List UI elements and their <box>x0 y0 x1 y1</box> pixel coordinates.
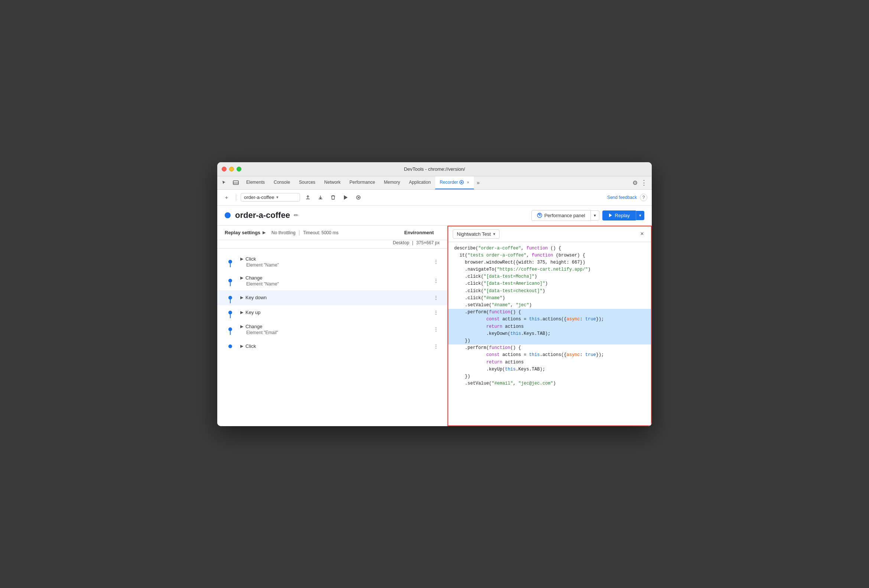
window-title: DevTools - chrome://version/ <box>404 166 465 172</box>
step-line <box>230 264 231 267</box>
recording-title: order-a-coffee <box>235 210 290 220</box>
expand-icon[interactable]: ▶ <box>240 324 243 329</box>
upload-icon <box>305 195 310 200</box>
step-timeline <box>225 296 236 299</box>
code-body[interactable]: describe("order-a-coffee", function () {… <box>448 242 651 425</box>
step-type: Key up <box>245 310 260 315</box>
step-type: Click <box>245 344 256 349</box>
tab-sources[interactable]: Sources <box>295 176 320 189</box>
code-header: Nightwatch Test ▾ × <box>448 227 651 242</box>
step-dot <box>228 327 232 331</box>
performance-icon <box>537 213 542 218</box>
step-item: ▶ Change Element "Name" ⋮ <box>217 271 447 290</box>
performance-panel-button[interactable]: Performance panel <box>531 210 591 221</box>
delete-recording-button[interactable] <box>328 193 338 202</box>
edit-title-icon[interactable]: ✏ <box>294 212 299 219</box>
replay-dropdown-button[interactable]: ▾ <box>636 211 644 220</box>
settings-divider: | <box>299 230 300 236</box>
step-type: Key down <box>245 295 267 300</box>
tab-application[interactable]: Application <box>405 176 435 189</box>
step-button[interactable] <box>353 193 363 202</box>
step-header: ▶ Change <box>240 275 432 281</box>
step-line <box>230 299 231 303</box>
step-line <box>230 331 231 335</box>
help-button[interactable]: ? <box>640 194 647 201</box>
pin-icon <box>460 180 464 185</box>
performance-panel-dropdown-button[interactable]: ▾ <box>591 210 599 221</box>
expand-icon[interactable]: ▶ <box>240 275 243 280</box>
step-timeline <box>225 260 236 264</box>
step-item-highlighted: ▶ Key down ⋮ <box>217 290 447 305</box>
tab-network[interactable]: Network <box>320 176 345 189</box>
step-more-button[interactable]: ⋮ <box>432 326 440 333</box>
delete-icon <box>331 195 336 200</box>
add-recording-button[interactable]: + <box>222 193 231 202</box>
format-label: Nightwatch Test <box>457 231 491 237</box>
step-more-button[interactable]: ⋮ <box>432 294 440 301</box>
tab-memory[interactable]: Memory <box>380 176 405 189</box>
dock-icon[interactable] <box>230 176 242 189</box>
expand-icon[interactable]: ▶ <box>240 310 243 315</box>
recording-dot <box>225 212 231 218</box>
replay-button[interactable]: Replay <box>602 210 636 221</box>
step-header: ▶ Click <box>240 256 432 262</box>
more-tabs-button[interactable]: » <box>474 176 483 189</box>
close-tab-icon[interactable]: × <box>467 180 469 185</box>
step-line <box>230 314 231 318</box>
tab-performance[interactable]: Performance <box>345 176 380 189</box>
step-line <box>230 283 231 286</box>
timeout-info: Timeout: 5000 ms <box>303 230 339 235</box>
replay-play-icon <box>608 213 613 218</box>
environment-divider: | <box>412 240 413 245</box>
recorder-toolbar: + order-a-coffee ▾ <box>217 190 652 206</box>
step-more-button[interactable]: ⋮ <box>432 309 440 316</box>
step-detail: Element "Name" <box>246 262 432 268</box>
svg-marker-7 <box>609 213 612 217</box>
step-content: ▶ Click <box>240 344 432 349</box>
code-panel-close-button[interactable]: × <box>638 230 647 238</box>
step-header: ▶ Key down <box>240 295 432 300</box>
replay-label: Replay <box>615 213 630 218</box>
tab-elements[interactable]: Elements <box>242 176 269 189</box>
settings-expand-arrow[interactable]: ▶ <box>262 230 265 235</box>
expand-icon[interactable]: ▶ <box>240 344 243 348</box>
right-panel: Nightwatch Test ▾ × describe("order-a-co… <box>448 226 652 426</box>
tab-console[interactable]: Console <box>269 176 295 189</box>
step-timeline <box>225 327 236 331</box>
expand-icon[interactable]: ▶ <box>240 295 243 300</box>
left-panel: Replay settings ▶ No throttling | Timeou… <box>217 226 448 426</box>
replay-settings-title[interactable]: Replay settings <box>225 230 260 235</box>
step-more-button[interactable]: ⋮ <box>432 258 440 265</box>
environment-value: Desktop <box>393 240 409 245</box>
expand-icon[interactable]: ▶ <box>240 256 243 261</box>
minimize-button[interactable] <box>229 167 234 172</box>
svg-rect-0 <box>233 181 239 185</box>
export-button[interactable] <box>303 193 313 202</box>
close-button[interactable] <box>222 167 227 172</box>
title-bar: DevTools - chrome://version/ <box>217 162 652 176</box>
more-options-icon[interactable]: ⋮ <box>641 179 647 187</box>
tab-settings-area: ⚙ ⋮ <box>629 176 650 189</box>
import-button[interactable] <box>316 193 325 202</box>
cursor-icon[interactable] <box>219 176 230 189</box>
format-selector[interactable]: Nightwatch Test ▾ <box>453 230 500 239</box>
play-button[interactable] <box>341 193 351 202</box>
step-more-button[interactable]: ⋮ <box>432 343 440 350</box>
step-more-button[interactable]: ⋮ <box>432 277 440 284</box>
step-item: ▶ Click Element "Name" ⋮ <box>217 252 447 271</box>
recording-header: order-a-coffee ✏ Performance panel ▾ Rep… <box>217 206 652 226</box>
code-panel: Nightwatch Test ▾ × describe("order-a-co… <box>448 226 652 426</box>
send-feedback-link[interactable]: Send feedback <box>607 195 637 200</box>
step-dot <box>228 296 232 299</box>
settings-gear-icon[interactable]: ⚙ <box>632 179 638 187</box>
tab-recorder[interactable]: Recorder × <box>435 176 474 189</box>
maximize-button[interactable] <box>237 167 242 172</box>
recording-name-selector[interactable]: order-a-coffee ▾ <box>241 193 300 201</box>
step-header: ▶ Key up <box>240 310 432 315</box>
step-type: Click <box>245 256 256 262</box>
step-dot <box>228 279 232 283</box>
step-content: ▶ Change Element "Name" <box>240 275 432 287</box>
traffic-lights <box>222 167 242 172</box>
step-header: ▶ Click <box>240 344 432 349</box>
step-header: ▶ Change <box>240 324 432 329</box>
